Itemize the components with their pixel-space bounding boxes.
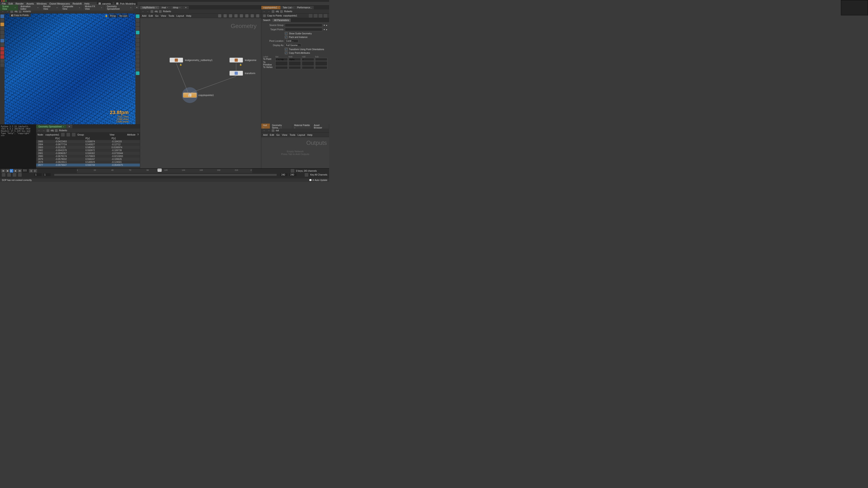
wire-icon[interactable]: [136, 27, 140, 30]
sculpt-tool-icon[interactable]: [0, 55, 4, 59]
sp-path-obj[interactable]: obj: [51, 129, 54, 132]
net-menu-go[interactable]: Go: [155, 14, 159, 17]
nav-fwd-icon[interactable]: →: [146, 10, 149, 13]
brush-tool-icon[interactable]: [0, 23, 4, 26]
nav-back-icon[interactable]: ←: [142, 10, 145, 13]
tree-icon[interactable]: [229, 14, 232, 18]
arrow-icon[interactable]: ▸: [326, 24, 327, 26]
playhead[interactable]: 111: [158, 168, 162, 172]
tab-add[interactable]: +: [134, 6, 140, 9]
out-menu-help[interactable]: Help: [307, 133, 313, 136]
help-icon[interactable]: ?: [137, 133, 138, 136]
range-start2-field[interactable]: 1: [43, 173, 51, 176]
outputs-network[interactable]: Outputs Empty Network Press Tab to Add O…: [261, 137, 329, 168]
ghost-icon[interactable]: [136, 19, 140, 22]
inspect-tool-icon[interactable]: [0, 63, 4, 67]
color-icon[interactable]: [251, 14, 254, 18]
out-menu-go[interactable]: Go: [276, 133, 280, 136]
attribute-dd[interactable]: Attribute: [127, 133, 135, 136]
verts-mode-icon[interactable]: [66, 133, 70, 136]
out-menu-layout[interactable]: Layout: [298, 133, 305, 136]
python-shell[interactable]: Python 2.7.15 (default, [GCC 6.3.1 20170…: [0, 125, 36, 168]
tab-motionfx[interactable]: Motion FX View×: [83, 4, 104, 11]
scale-tool-icon[interactable]: [0, 35, 4, 38]
net-menu-help[interactable]: Help: [186, 14, 191, 17]
os-max-icon[interactable]: [5, 0, 6, 2]
ptab-perf[interactable]: Performance...: [296, 6, 314, 9]
camera-persp[interactable]: Persp: [108, 14, 117, 18]
lasso-tool-icon[interactable]: [0, 19, 4, 22]
view-tool-icon[interactable]: [0, 59, 4, 63]
paint-tool-icon[interactable]: [0, 47, 4, 51]
to-vert-add[interactable]: [302, 66, 314, 69]
shade-icon[interactable]: [136, 31, 140, 34]
xform-orient-check[interactable]: ✓: [285, 48, 287, 51]
grid-icon[interactable]: [235, 14, 238, 18]
to-point-mult[interactable]: [289, 58, 301, 61]
to-point-set[interactable]: [275, 58, 288, 61]
rpath-roberto[interactable]: Roberto: [284, 10, 292, 13]
tab-comp-view[interactable]: Composite View×: [60, 4, 82, 11]
next-key-button[interactable]: ▸: [33, 169, 37, 173]
view-dd[interactable]: View: [110, 133, 115, 136]
source-group-input[interactable]: [285, 24, 322, 27]
target-points-input[interactable]: [285, 28, 322, 31]
home-icon[interactable]: [272, 10, 274, 13]
to-prim-add[interactable]: [302, 61, 314, 66]
info-icon[interactable]: [136, 67, 140, 71]
nav-back-icon[interactable]: ←: [1, 10, 4, 13]
toggle-icon[interactable]: [136, 71, 140, 75]
chevron-down-icon[interactable]: ▾: [324, 28, 325, 31]
channel-icon[interactable]: [305, 173, 308, 177]
netbox-icon[interactable]: [245, 14, 248, 18]
net-tab-shop[interactable]: /shop×: [170, 6, 183, 9]
to-prim-mult[interactable]: [289, 61, 301, 66]
op-name-label[interactable]: copytopoints1: [283, 14, 297, 17]
net-menu-add[interactable]: Add: [142, 14, 147, 17]
sticky-icon[interactable]: [240, 14, 243, 18]
net-menu-tools[interactable]: Tools: [168, 14, 174, 17]
spreadsheet-table[interactable]: P[x]P[y]P[z] 2885-0.04224930.558974-0.10…: [36, 137, 140, 168]
nav-back-icon[interactable]: ←: [37, 129, 41, 132]
display-icon[interactable]: [136, 14, 140, 18]
handle-tool-icon[interactable]: [0, 39, 4, 42]
copy-attr-check[interactable]: ✓: [285, 52, 287, 54]
palette-icon[interactable]: [256, 14, 259, 18]
wrench-icon[interactable]: [218, 14, 221, 18]
node-transform[interactable]: transform: [229, 71, 255, 76]
home-icon[interactable]: [151, 10, 153, 13]
help-icon[interactable]: [314, 14, 317, 18]
magnet-tool-icon[interactable]: [0, 51, 4, 55]
gear-icon[interactable]: [309, 14, 312, 18]
out-menu-view[interactable]: View: [282, 133, 287, 136]
lock-icon[interactable]: 🔒: [105, 14, 107, 18]
out-menu-edit[interactable]: Edit: [270, 133, 274, 136]
audio-icon[interactable]: [7, 173, 11, 177]
loop-icon[interactable]: [18, 173, 22, 177]
chat-icon[interactable]: 💬: [309, 179, 312, 182]
out-menu-tools[interactable]: Tools: [289, 133, 296, 136]
pack-instance-check[interactable]: ✓: [285, 36, 287, 38]
point-icon[interactable]: [136, 51, 140, 55]
to-point-add[interactable]: [302, 58, 314, 61]
list-icon[interactable]: [223, 14, 227, 18]
displayas-dropdown[interactable]: Full Geome…: [285, 43, 301, 47]
key-icon[interactable]: [291, 169, 294, 173]
tab-geo-spread[interactable]: Geometry Spreadsheet×: [105, 4, 134, 11]
tab-scene-view[interactable]: Scene View×: [0, 4, 18, 11]
close-icon[interactable]: ×: [14, 6, 16, 9]
grid-icon[interactable]: [136, 23, 140, 26]
to-vert-set[interactable]: [275, 66, 288, 69]
nav-fwd-icon[interactable]: →: [267, 129, 270, 132]
next-frame-button[interactable]: ▶: [14, 169, 18, 173]
tab-anim-editor[interactable]: Animation Editor×: [18, 4, 41, 11]
ptab-allparams[interactable]: All Parameters: [272, 19, 291, 22]
normal-icon[interactable]: [136, 43, 140, 46]
edge-icon[interactable]: [136, 59, 140, 63]
range-icon[interactable]: [13, 173, 16, 177]
nav-fwd-icon[interactable]: →: [6, 10, 9, 13]
points-mode-icon[interactable]: [61, 133, 65, 136]
prim-icon[interactable]: [136, 55, 140, 59]
net-tab-add[interactable]: +: [183, 6, 189, 9]
node-copytopoints[interactable]: copytopoints1: [183, 93, 214, 98]
